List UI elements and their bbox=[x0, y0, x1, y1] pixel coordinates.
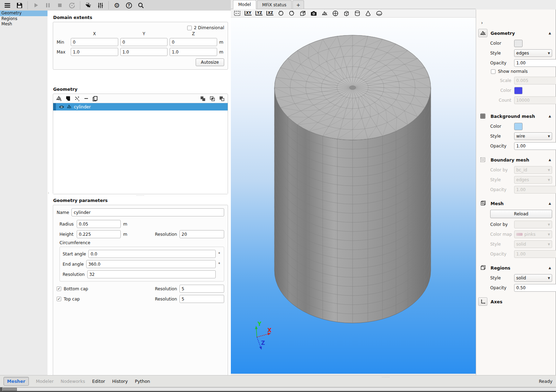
name-input[interactable] bbox=[71, 208, 224, 216]
zmin-input[interactable] bbox=[170, 38, 217, 46]
perspective-icon[interactable] bbox=[299, 10, 307, 17]
background-mesh-section-icon[interactable] bbox=[478, 112, 487, 120]
collapse-caret-icon[interactable]: ▲ bbox=[549, 202, 552, 205]
rotate-right-icon[interactable] bbox=[288, 10, 296, 17]
boundary-mesh-style-dropdown[interactable]: edges▼ bbox=[514, 176, 552, 184]
console-splitter-handle[interactable]: ······ bbox=[382, 375, 390, 379]
top-cap-checkbox[interactable] bbox=[57, 297, 61, 301]
tab-mfix-status[interactable]: MFiX status bbox=[257, 0, 292, 9]
run-icon[interactable] bbox=[30, 0, 42, 10]
toggle-geometry-icon[interactable] bbox=[321, 10, 328, 17]
sidebar-item-mesh[interactable]: Mesh bbox=[0, 21, 48, 27]
mesh-color-map-dropdown[interactable]: pinks▼ bbox=[514, 230, 552, 238]
mode-nodeworks[interactable]: Nodeworks bbox=[61, 379, 85, 384]
sidebar-item-regions[interactable]: Regions bbox=[0, 16, 48, 22]
visibility-eye-icon[interactable] bbox=[59, 105, 64, 109]
collapse-caret-icon[interactable]: ▲ bbox=[549, 266, 552, 270]
view-yz-icon[interactable]: YZ bbox=[255, 10, 263, 17]
ymin-input[interactable] bbox=[120, 38, 168, 46]
tab-model[interactable]: Model bbox=[233, 0, 256, 9]
height-resolution-input[interactable] bbox=[179, 230, 224, 238]
reset-view-icon[interactable] bbox=[233, 10, 241, 17]
toggle-cylinder-icon[interactable] bbox=[353, 10, 361, 17]
mode-python[interactable]: Python bbox=[135, 379, 150, 384]
mesh-opacity-spinbox[interactable]: ▲▼ bbox=[514, 250, 556, 258]
geometry-style-dropdown[interactable]: edges▼ bbox=[514, 49, 552, 57]
menu-icon[interactable] bbox=[1, 0, 13, 10]
pause-icon[interactable] bbox=[42, 0, 54, 10]
filter-wand-icon[interactable] bbox=[74, 96, 80, 101]
search-icon[interactable] bbox=[135, 0, 147, 10]
mesh-style-dropdown[interactable]: solid▼ bbox=[514, 240, 552, 248]
reset-icon[interactable] bbox=[66, 0, 78, 10]
background-mesh-color-swatch[interactable] bbox=[514, 123, 523, 130]
regions-style-dropdown[interactable]: solid▼ bbox=[514, 274, 552, 282]
build-wrench-icon[interactable] bbox=[82, 0, 94, 10]
xmin-input[interactable] bbox=[71, 38, 118, 46]
regions-opacity-spinbox[interactable]: ▲▼ bbox=[514, 284, 556, 292]
boundary-mesh-opacity-spinbox[interactable]: ▲▼ bbox=[514, 186, 556, 194]
boundary-mesh-color-by-dropdown[interactable]: bc_id▼ bbox=[514, 166, 552, 174]
toggle-cone-icon[interactable] bbox=[364, 10, 372, 17]
mode-modeler[interactable]: Modeler bbox=[36, 379, 53, 384]
geometry-section-icon[interactable] bbox=[478, 29, 487, 37]
xmax-input[interactable] bbox=[71, 48, 118, 56]
boolean-union-icon[interactable] bbox=[200, 96, 206, 101]
parameters-sliders-icon[interactable] bbox=[94, 0, 106, 10]
add-geometry-icon[interactable] bbox=[56, 96, 62, 101]
add-implicit-icon[interactable] bbox=[65, 96, 71, 101]
normals-color-swatch[interactable] bbox=[514, 87, 523, 94]
toggle-visibility-icon[interactable] bbox=[375, 10, 383, 17]
autosize-button[interactable]: Autosize bbox=[196, 58, 224, 66]
radius-input[interactable] bbox=[77, 220, 121, 228]
bottom-cap-resolution-input[interactable] bbox=[179, 285, 224, 293]
toggle-cube-icon[interactable] bbox=[342, 10, 350, 17]
axes-section-icon[interactable] bbox=[478, 297, 487, 306]
screenshot-camera-icon[interactable] bbox=[310, 10, 317, 17]
pane-collapse-chevron[interactable]: ‹ bbox=[48, 191, 49, 195]
bottom-cap-checkbox[interactable] bbox=[57, 286, 61, 291]
regions-section-icon[interactable] bbox=[478, 264, 487, 272]
zmax-input[interactable] bbox=[170, 48, 217, 56]
view-xy-icon[interactable]: XY bbox=[244, 10, 252, 17]
boolean-intersect-icon[interactable] bbox=[209, 96, 215, 101]
tab-add-button[interactable]: + bbox=[292, 0, 304, 9]
geometry-item-cylinder[interactable]: cylinder bbox=[53, 103, 228, 110]
boolean-difference-icon[interactable] bbox=[219, 96, 225, 101]
start-angle-input[interactable] bbox=[88, 250, 216, 258]
collapse-caret-icon[interactable]: ▲ bbox=[549, 158, 552, 162]
scrollbar-thumb[interactable] bbox=[3, 388, 17, 391]
geometry-opacity-spinbox[interactable]: ▲▼ bbox=[514, 59, 556, 67]
copy-geometry-icon[interactable] bbox=[92, 96, 98, 101]
end-angle-input[interactable] bbox=[86, 260, 216, 268]
geometry-color-swatch[interactable] bbox=[514, 40, 523, 47]
two-dimensional-checkbox[interactable] bbox=[187, 26, 192, 30]
mode-history[interactable]: History bbox=[112, 379, 128, 384]
render-canvas[interactable]: YXZ bbox=[231, 18, 476, 374]
boundary-mesh-section-icon[interactable] bbox=[478, 156, 487, 164]
background-mesh-opacity-spinbox[interactable]: ▲▼ bbox=[514, 142, 556, 150]
settings-gear-icon[interactable]: ⚙ bbox=[111, 0, 123, 10]
save-icon[interactable] bbox=[13, 0, 25, 10]
circ-resolution-input[interactable] bbox=[87, 270, 216, 278]
background-mesh-style-dropdown[interactable]: wire▼ bbox=[514, 132, 552, 140]
mesh-section-icon[interactable] bbox=[478, 199, 487, 208]
collapse-caret-icon[interactable]: ▲ bbox=[549, 31, 552, 35]
show-normals-checkbox[interactable] bbox=[491, 69, 495, 74]
toggle-sphere-icon[interactable] bbox=[331, 10, 339, 17]
mode-editor[interactable]: Editor bbox=[92, 379, 105, 384]
remove-geometry-icon[interactable] bbox=[84, 96, 89, 101]
mode-mesher[interactable]: Mesher bbox=[4, 377, 29, 386]
rotate-left-icon[interactable] bbox=[277, 10, 285, 17]
panel-splitter-handle[interactable]: ······ bbox=[53, 194, 228, 198]
mesh-color-by-dropdown[interactable]: ▼ bbox=[514, 221, 552, 228]
view-xz-icon[interactable]: XZ bbox=[266, 10, 274, 17]
stop-icon[interactable] bbox=[54, 0, 66, 10]
ymax-input[interactable] bbox=[120, 48, 168, 56]
reload-mesh-button[interactable]: Reload bbox=[490, 210, 552, 218]
height-input[interactable] bbox=[77, 230, 121, 238]
panel-collapse-chevron[interactable]: › bbox=[481, 20, 487, 25]
normals-count-input[interactable] bbox=[514, 96, 556, 104]
top-cap-resolution-input[interactable] bbox=[179, 295, 224, 303]
help-icon[interactable]: ? bbox=[123, 0, 135, 10]
